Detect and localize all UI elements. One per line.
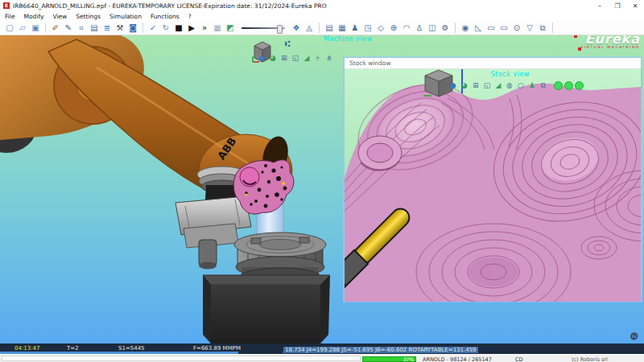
simulation-toolbar-group: ✓↻■▶»▦◩ xyxy=(147,22,237,34)
nc-status-bar: 04:13:47 T=2 S1=5445 F=663.89 MMPM J1=24… xyxy=(0,343,644,354)
verify-check-icon[interactable]: ✓ xyxy=(147,22,159,34)
align-icon[interactable]: ≣ xyxy=(101,22,114,34)
clipboard-icon[interactable]: ▤ xyxy=(88,22,101,34)
stock-window[interactable]: Stock window xyxy=(344,57,642,302)
active-tool: T=2 xyxy=(67,345,79,352)
selection-filter-icon[interactable]: ◢ xyxy=(301,53,312,64)
stop-icon[interactable]: ■ xyxy=(172,22,185,34)
play-icon[interactable]: ▶ xyxy=(185,22,198,34)
brush-icon[interactable]: ✐ xyxy=(49,22,62,34)
mode-indicator: CD xyxy=(515,356,523,362)
menu-view[interactable]: View xyxy=(52,13,67,20)
zoom-window-icon[interactable]: ◱ xyxy=(290,53,301,64)
minimize-button[interactable]: – xyxy=(591,2,609,10)
toolbar-separator xyxy=(319,23,320,33)
probe-icon[interactable]: ♙ xyxy=(413,22,426,34)
link-icon[interactable]: ⊦ xyxy=(312,53,324,64)
save-file-icon[interactable]: ▣ xyxy=(29,22,42,34)
stock-material xyxy=(345,69,641,302)
fast-forward-icon[interactable]: » xyxy=(198,22,211,34)
loop-icon[interactable]: ↻ xyxy=(159,22,172,34)
target-icon[interactable]: ◬ xyxy=(303,22,316,34)
machine-viewport[interactable]: ABB xyxy=(0,35,644,343)
screen-a-icon[interactable]: ▭ xyxy=(485,22,497,34)
toolbar-separator xyxy=(45,23,46,33)
binoculars-icon[interactable]: ⧉ xyxy=(536,22,549,34)
file-progress-bar: 37% xyxy=(362,356,416,362)
app-icon: E xyxy=(3,2,10,9)
menu-modify[interactable]: Modify xyxy=(24,13,44,20)
menu-help[interactable]: ? xyxy=(188,13,192,20)
gear-icon[interactable]: ⚙ xyxy=(439,22,452,34)
toolbar-separator xyxy=(142,23,143,33)
tools-icon[interactable]: ⚒ xyxy=(114,22,126,34)
binoculars-icon[interactable]: ⧉ xyxy=(538,80,549,91)
tree-icon[interactable]: ⋔ xyxy=(324,53,335,64)
hierarchy-icon[interactable]: ⌗ xyxy=(75,22,88,34)
close-button[interactable]: ✕ xyxy=(626,2,644,10)
menu-file[interactable]: File xyxy=(5,13,15,20)
status-dots xyxy=(552,81,584,90)
form-icon[interactable]: ▤ xyxy=(323,22,336,34)
grid-icon[interactable]: ▦ xyxy=(336,22,349,34)
application-window: E IRB6640_ARNOLD_MILLING.epf - EUREKA-TE… xyxy=(0,0,644,362)
monitor-icon[interactable]: ◙ xyxy=(126,22,139,34)
stock-view-label: Stock view xyxy=(491,71,530,78)
snapshot-icon[interactable]: ❖ xyxy=(290,22,303,34)
logo-subtext: VIRTUAL MACHINING xyxy=(572,45,640,49)
export-icon[interactable]: ◳ xyxy=(361,22,374,34)
bottom-status-bar: 37% ARNOLD - 98124 / 265147 CD (c) Robor… xyxy=(0,354,644,362)
stock-window-content[interactable]: Stock view ●◕⊞◱◢◍○♟⧉ xyxy=(345,69,641,302)
viewport-settings-gear-icon[interactable]: ⚙ xyxy=(630,331,638,343)
speed-slider[interactable] xyxy=(242,24,285,32)
screen-b-icon[interactable]: ▭ xyxy=(497,22,510,34)
copyright-label: (c) Roboris srl xyxy=(572,356,608,362)
ruler-icon[interactable]: ◺ xyxy=(472,22,485,34)
elapsed-time: 04:13:47 xyxy=(14,345,39,352)
sphere-view-icon[interactable]: ● xyxy=(448,80,459,91)
fit-view-icon[interactable]: ⊞ xyxy=(470,80,481,91)
outline-icon[interactable]: ○ xyxy=(515,80,526,91)
green-status-dot xyxy=(554,81,563,90)
sphere-view-icon[interactable]: ● xyxy=(256,53,267,64)
block-counter: ARNOLD - 98124 / 265147 xyxy=(423,356,492,362)
stock-3d-scene[interactable] xyxy=(345,69,641,302)
stock-view-icons: ●◕⊞◱◢◍○♟⧉ xyxy=(448,80,549,91)
shaded-view-icon[interactable]: ◕ xyxy=(459,80,470,91)
menu-bar: FileModifyViewSettingsSimulationFunction… xyxy=(0,11,644,21)
users-icon[interactable]: ♟ xyxy=(349,22,361,34)
selection-filter-icon[interactable]: ◢ xyxy=(493,80,504,91)
users-icon[interactable]: ♟ xyxy=(526,80,538,91)
toolbar-separator xyxy=(552,23,553,33)
menu-simulation[interactable]: Simulation xyxy=(109,13,142,20)
machine-view-icons: ●◕⊞◱◢⊦⋔ xyxy=(256,53,335,64)
gem-icon[interactable]: ◇ xyxy=(374,22,387,34)
dome-icon[interactable]: ◠ xyxy=(400,22,413,34)
spindle-speed: S1=5445 xyxy=(118,345,145,352)
file-toolbar-group: ▢▱▣ xyxy=(3,22,42,34)
report-icon[interactable]: ▦ xyxy=(211,22,224,34)
menu-functions[interactable]: Functions xyxy=(151,13,180,20)
window-titlebar: E IRB6640_ARNOLD_MILLING.epf - EUREKA-TE… xyxy=(0,0,644,12)
filter-icon[interactable]: ▽ xyxy=(523,22,536,34)
fit-view-icon[interactable]: ⊞ xyxy=(279,53,290,64)
pencil-icon[interactable]: ✎ xyxy=(62,22,75,34)
eureka-logo: Eureka VIRTUAL MACHINING xyxy=(572,35,640,49)
cylinder-icon[interactable]: ◍ xyxy=(504,80,515,91)
frame-icon[interactable]: ◫ xyxy=(426,22,439,34)
magnifier-icon[interactable]: ⊙ xyxy=(510,22,523,34)
zoom-window-icon[interactable]: ◱ xyxy=(481,80,493,91)
new-file-icon[interactable]: ▢ xyxy=(3,22,16,34)
camera-icon[interactable]: ◉ xyxy=(459,22,472,34)
globe-target-icon[interactable]: ⊕ xyxy=(387,22,400,34)
menu-settings[interactable]: Settings xyxy=(76,13,101,20)
kinematics-tree-icon[interactable]: ⑆ xyxy=(285,39,291,49)
status-field xyxy=(2,356,361,361)
open-file-icon[interactable]: ▱ xyxy=(16,22,29,34)
collision-check-icon[interactable]: ◩ xyxy=(224,22,237,34)
maximize-button[interactable]: ❐ xyxy=(609,2,626,10)
shaded-view-icon[interactable]: ◕ xyxy=(267,53,279,64)
slider-thumb[interactable] xyxy=(277,25,283,34)
feed-rate: F=663.89 MMPM xyxy=(193,345,241,352)
stock-window-titlebar[interactable]: Stock window xyxy=(345,58,641,69)
